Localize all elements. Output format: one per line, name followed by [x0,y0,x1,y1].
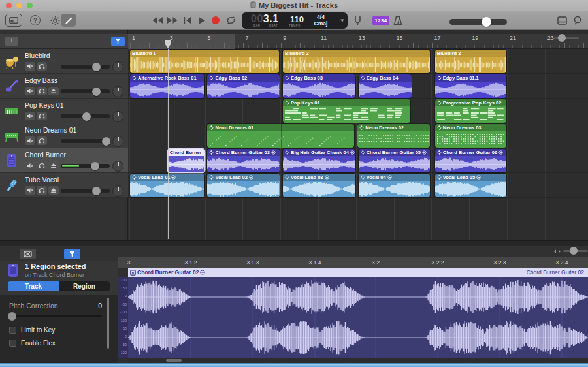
input-button[interactable] [48,87,59,95]
region-edgy-bass-01-1[interactable]: Edgy Bass 01.1 [435,74,506,98]
track-volume-knob[interactable] [102,137,110,146]
input-button[interactable] [48,161,59,170]
track-volume-knob[interactable] [92,63,101,71]
limit-to-key-checkbox[interactable] [9,327,16,334]
mute-button[interactable] [25,136,35,145]
region-neon-dreams-03[interactable]: Neon Dreams 03 [435,124,506,148]
editor-waveform[interactable] [128,277,588,358]
key-signature[interactable]: Cmaj [312,20,329,27]
solo-button[interactable] [37,62,47,71]
rewind-button[interactable] [151,16,164,25]
editor-region-titlebar[interactable]: Chord Burner Guitar 02 Chord Burner Guit… [128,268,588,277]
library-button[interactable] [5,14,22,27]
tab-region[interactable]: Region [59,281,110,291]
cycle-button[interactable] [225,15,237,25]
region-neon-dreams-01[interactable]: Neon Dreams 01 [207,124,354,148]
region-big-hair-guitar-chunk-04[interactable]: Big Hair Guitar Chunk 04 [283,149,355,172]
horizontal-divider[interactable] [0,240,588,246]
track-volume-slider[interactable] [61,114,110,118]
mute-button[interactable] [25,62,35,71]
region-bluebird-2[interactable]: Bluebird 2 [283,50,430,73]
lcd-display[interactable]: 003.1 BAR BEAT 110 TEMPO 4/4 Cmaj ▾ [242,12,348,29]
enable-flex-checkbox[interactable] [9,340,16,347]
pitch-correction-knob[interactable] [8,312,16,321]
track-volume-slider[interactable] [61,139,110,143]
media-browser-button[interactable] [557,15,568,25]
region-vocal-04[interactable]: Vocal 04 [359,174,430,197]
forward-button[interactable] [166,16,179,25]
input-button[interactable] [48,186,59,195]
record-button[interactable] [210,15,221,25]
tuner-button[interactable] [353,15,362,26]
region-edgy-bass-04[interactable]: Edgy Bass 04 [359,74,412,98]
mute-button[interactable] [25,87,35,95]
add-track-button[interactable]: + [5,37,18,46]
catch-playhead-button[interactable] [111,37,125,46]
region-progressive-pop-keys-02[interactable]: Progressive Pop Keys 02 [435,99,506,123]
smart-controls-button[interactable] [50,15,60,25]
track-volume-slider[interactable] [61,65,110,69]
playhead-position[interactable]: 003.1 [251,13,279,25]
track-header-bluebird[interactable]: Bluebird [0,49,128,74]
track-pan-knob[interactable] [112,86,123,97]
track-header-pop-keys-01[interactable]: Pop Keys 01 [0,99,128,123]
track-volume-knob[interactable] [82,112,91,121]
track-header-edgy-bass[interactable]: Edgy Bass [0,74,128,99]
track-volume-slider[interactable] [61,189,110,193]
region-pop-keys-01[interactable]: Pop Keys 01 [283,99,410,123]
go-to-beginning-button[interactable] [182,16,192,25]
track-volume-slider[interactable] [61,164,110,168]
track-pan-knob[interactable] [112,136,123,147]
solo-button[interactable] [37,186,47,195]
time-signature[interactable]: 4/4 [312,14,329,20]
track-pan-knob[interactable] [112,111,123,122]
track-header-neon-dreams-01[interactable]: Neon Dreams 01 [0,123,128,148]
track-volume-slider[interactable] [61,89,110,93]
flex-button[interactable] [20,249,36,259]
region-chord-burner-guitar-03[interactable]: Chord Burner Guitar 03 [207,149,280,172]
solo-button[interactable] [37,161,47,170]
inspector-scrollbar[interactable] [107,298,109,349]
region-vocal-lead-03[interactable]: Vocal Lead 03 [283,174,355,197]
track-volume-knob[interactable] [92,88,101,96]
editor-ruler[interactable]: 33.1.23.1.33.1.43.23.2.23.2.33.2.4 [118,257,588,268]
region-edgy-bass-03[interactable]: Edgy Bass 03 [283,74,355,98]
mute-button[interactable] [25,161,35,170]
playhead-line[interactable] [168,49,169,239]
count-in-button[interactable]: 1234 [372,16,389,25]
region-edgy-bass-02[interactable]: Edgy Bass 02 [207,74,280,98]
track-header-tube-vocal[interactable]: Tube Vocal [0,173,128,198]
pitch-correction-slider[interactable] [9,315,102,317]
track-volume-knob[interactable] [92,187,101,195]
track-pan-knob[interactable] [112,61,123,72]
region-chord-burner[interactable]: Chord Burner [168,149,204,172]
track-header-chord-burner[interactable]: Chord Burner [0,148,128,173]
region-vocal-lead-05[interactable]: Vocal Lead 05 [435,174,506,197]
solo-button[interactable] [37,136,47,145]
editors-button[interactable] [61,14,76,27]
loop-browser-button[interactable] [572,15,583,25]
region-vocal-lead-02[interactable]: Vocal Lead 02 [207,174,280,197]
editor-catch-playhead-button[interactable] [64,249,80,259]
solo-button[interactable] [37,87,47,95]
arrange-zoom-thumb[interactable] [558,34,566,42]
metronome-button[interactable] [393,15,403,26]
quick-help-button[interactable]: ? [30,15,41,25]
region-chord-burner-guitar-05[interactable]: Chord Burner Guitar 05 [359,149,430,172]
solo-button[interactable] [37,112,47,120]
master-volume-knob[interactable] [482,17,491,27]
tempo-value[interactable]: 110 [290,14,304,24]
region-chord-burner-guitar-06[interactable]: Chord Burner Guitar 06 [435,149,506,172]
mute-button[interactable] [25,186,35,195]
editor-hscroll-thumb[interactable] [166,359,182,362]
track-volume-knob[interactable] [91,162,99,170]
editor-zoom-thumb[interactable] [570,247,578,255]
region-bluebird-1[interactable]: Bluebird 1 [130,50,279,73]
editor-hscrollbar[interactable] [128,358,588,363]
mute-button[interactable] [25,112,35,120]
track-pan-knob[interactable] [112,185,123,197]
region-neon-dreams-02[interactable]: Neon Dreams 02 [357,124,430,148]
tab-track[interactable]: Track [8,281,59,291]
master-volume-slider[interactable] [449,19,507,25]
region-bluebird-3[interactable]: Bluebird 3 [435,50,506,73]
